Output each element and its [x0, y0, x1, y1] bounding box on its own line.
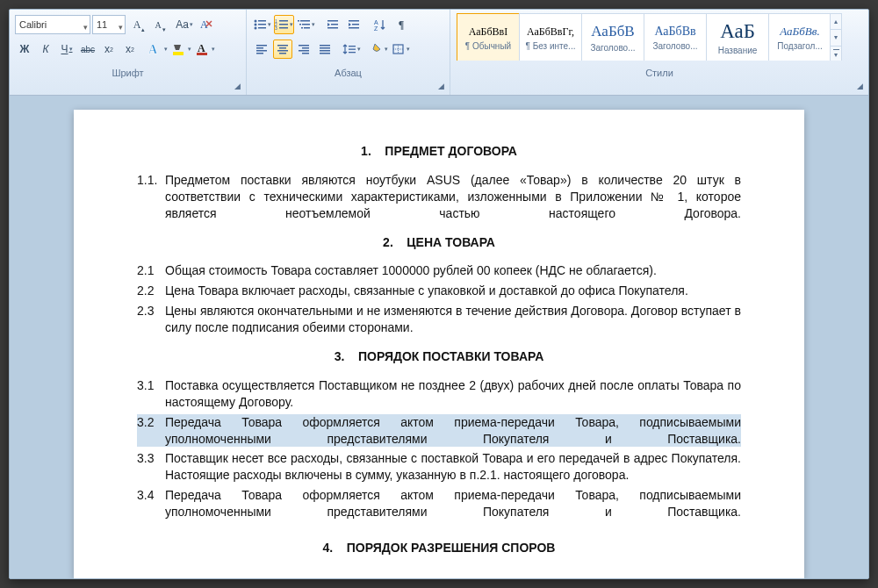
style-preview: АаБбВв — [654, 25, 695, 39]
clause-num: 3.1 — [137, 377, 165, 411]
style-item-0[interactable]: АаБбВвІ¶ Обычный — [457, 13, 520, 61]
gallery-more-button[interactable]: ▾ — [831, 47, 841, 61]
font-name-combo[interactable]: Calibri ▾ — [15, 15, 90, 34]
style-label: ¶ Обычный — [465, 41, 511, 51]
clause-num: 2.3 — [137, 303, 165, 336]
ribbon: Calibri ▾ 11 ▾ A▴ A▾ Aa▾ A Ж К Ч▾ ab — [10, 10, 868, 96]
svg-rect-25 — [327, 27, 338, 29]
heading-3: 3. ПОРЯДОК ПОСТАВКИ ТОВАРА — [137, 348, 741, 365]
svg-rect-31 — [256, 45, 267, 47]
svg-rect-43 — [320, 45, 330, 47]
heading-1: 1. ПРЕДМЕТ ДОГОВОРА — [137, 143, 741, 160]
align-left-button[interactable] — [252, 39, 271, 59]
style-item-5[interactable]: АаБбВв.Подзагол... — [768, 13, 831, 61]
style-item-3[interactable]: АаБбВвЗаголово... — [644, 13, 707, 61]
clause-3-4: 3.4Передача Товара оформляется актом при… — [137, 487, 741, 520]
style-preview: АаБ — [720, 20, 755, 43]
clause-num: 3.4 — [137, 487, 165, 520]
highlight-button[interactable]: ▾ — [170, 39, 192, 59]
svg-rect-24 — [331, 24, 338, 25]
underline-label: Ч — [61, 43, 68, 55]
bold-button[interactable]: Ж — [15, 39, 34, 59]
superscript-button[interactable]: x2 — [120, 39, 140, 59]
font-size-value: 11 — [97, 19, 107, 30]
gallery-up-button[interactable]: ▴ — [831, 14, 841, 30]
subscript-button[interactable]: x2 — [99, 39, 119, 59]
svg-rect-37 — [277, 50, 288, 52]
svg-rect-19 — [299, 24, 301, 25]
bullets-button[interactable]: ▾ — [252, 15, 272, 34]
font-size-combo[interactable]: 11 ▾ — [92, 15, 126, 34]
clause-3-3: 3.3Поставщик несет все расходы, связанны… — [137, 450, 741, 484]
italic-button[interactable]: К — [36, 39, 55, 59]
svg-rect-10 — [258, 27, 266, 29]
para-section-label: Абзац — [252, 65, 444, 84]
svg-rect-8 — [258, 24, 266, 25]
svg-rect-48 — [349, 49, 356, 50]
styles-gallery: АаБбВвІ¶ ОбычныйАаБбВвГг,¶ Без инте...Аа… — [456, 12, 863, 61]
clause-num: 3.2 — [137, 414, 165, 448]
gallery-down-button[interactable]: ▾ — [831, 30, 841, 46]
style-label: Заголово... — [591, 43, 636, 53]
strike-button[interactable]: abc — [78, 39, 97, 59]
outdent-button[interactable] — [323, 15, 342, 34]
heading-text: ПОРЯДОК ПОСТАВКИ ТОВАРА — [358, 349, 543, 363]
svg-text:A: A — [200, 18, 208, 31]
grow-font-button[interactable]: A▴ — [127, 15, 147, 34]
align-justify-button[interactable] — [315, 39, 335, 59]
svg-rect-21 — [301, 27, 303, 29]
clause-3-1: 3.1Поставка осуществляется Поставщиком н… — [137, 377, 741, 411]
shading-button[interactable]: ▾ — [369, 39, 389, 59]
document-area[interactable]: 1. ПРЕДМЕТ ДОГОВОРА 1.1. Предметом поста… — [10, 96, 868, 578]
sort-button[interactable]: AZ — [371, 15, 390, 34]
borders-button[interactable]: ▾ — [391, 39, 411, 59]
style-item-2[interactable]: АаБбВЗаголово... — [581, 13, 644, 61]
clause-text: Поставка осуществляется Поставщиком не п… — [165, 377, 741, 411]
svg-text:A: A — [198, 42, 205, 54]
numbering-button[interactable]: 123▾ — [274, 15, 294, 34]
para-dialog-launcher[interactable]: ◢ — [435, 80, 447, 92]
style-preview: АаБбВвІ — [469, 25, 508, 39]
clear-format-button[interactable]: A — [196, 15, 215, 34]
style-item-1[interactable]: АаБбВвГг,¶ Без инте... — [519, 13, 582, 61]
shrink-font-button[interactable]: A▾ — [148, 15, 168, 34]
ribbon-section-styles: АаБбВвІ¶ ОбычныйАаБбВвГг,¶ Без инте...Аа… — [450, 10, 868, 95]
align-right-button[interactable] — [294, 39, 313, 59]
font-dialog-launcher[interactable]: ◢ — [231, 80, 243, 92]
underline-button[interactable]: Ч▾ — [57, 39, 76, 59]
svg-rect-6 — [258, 20, 266, 22]
document-page[interactable]: 1. ПРЕДМЕТ ДОГОВОРА 1.1. Предметом поста… — [74, 110, 804, 578]
heading-2: 2. ЦЕНА ТОВАРА — [137, 234, 741, 251]
font-name-value: Calibri — [19, 19, 47, 30]
svg-rect-23 — [327, 20, 338, 22]
clause-text: Цена Товара включает расходы, связанные … — [165, 283, 741, 299]
indent-button[interactable] — [344, 15, 363, 34]
text-effects-button[interactable]: A▾ — [147, 39, 169, 59]
svg-rect-33 — [256, 50, 267, 52]
chevron-down-icon: ▾ — [119, 18, 123, 36]
svg-rect-40 — [302, 47, 309, 49]
style-label: Подзагол... — [777, 41, 822, 51]
change-case-label: Aa — [176, 18, 189, 31]
line-spacing-button[interactable]: ▾ — [342, 39, 362, 59]
styles-dialog-launcher[interactable]: ◢ — [853, 80, 866, 92]
align-center-button[interactable] — [273, 39, 292, 59]
font-color-button[interactable]: A▾ — [194, 39, 216, 59]
svg-rect-35 — [277, 45, 288, 47]
multilevel-button[interactable]: ▾ — [296, 15, 316, 34]
style-label: Заголово... — [653, 41, 698, 51]
svg-rect-45 — [320, 50, 330, 52]
svg-rect-32 — [256, 47, 263, 49]
svg-rect-44 — [320, 47, 330, 49]
show-marks-button[interactable]: ¶ — [392, 15, 411, 34]
clause-text: Передача Товара оформляется актом приема… — [165, 414, 741, 448]
clause-3-2: 3.2Передача Товара оформляется актом при… — [137, 414, 741, 448]
svg-text:3: 3 — [275, 25, 277, 31]
svg-rect-17 — [298, 20, 299, 22]
clause-text: Общая стоимость Товара составляет 100000… — [165, 262, 741, 279]
change-case-button[interactable]: Aa▾ — [175, 15, 194, 34]
style-item-4[interactable]: АаБНазвание — [706, 13, 769, 61]
styles-section-label: Стили — [456, 65, 863, 84]
svg-point-9 — [255, 27, 257, 30]
heading-num: 2. — [383, 235, 393, 249]
